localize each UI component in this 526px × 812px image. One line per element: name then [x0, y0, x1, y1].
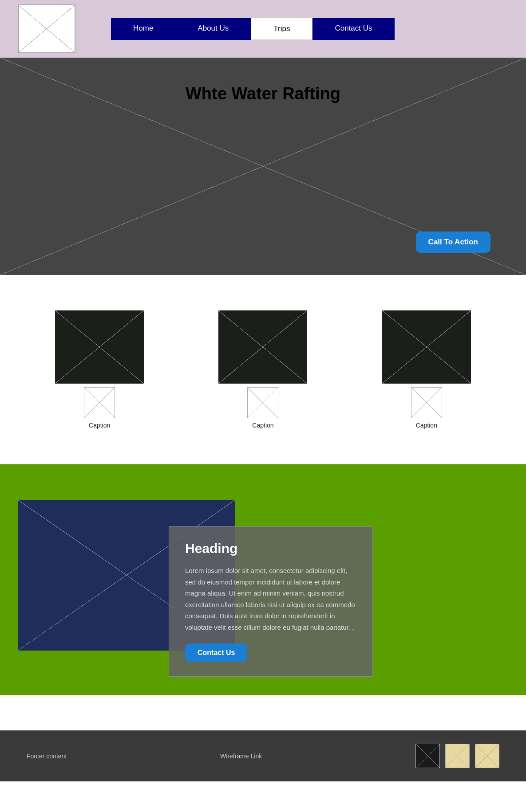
gallery-image-small-3 [411, 387, 442, 418]
hero-title: Whte Water Rafting [0, 58, 526, 103]
footer-text: Footer content [27, 753, 67, 760]
gallery-caption-1: Caption [89, 422, 110, 429]
info-body: Lorem ipsum dolor sit amet, consectetur … [185, 565, 356, 633]
info-card: Heading Lorem ipsum dolor sit amet, cons… [169, 526, 373, 677]
info-section: Heading Lorem ipsum dolor sit amet, cons… [0, 464, 526, 695]
gallery-item-2: Caption [196, 310, 329, 429]
gallery-image-large-3 [382, 310, 471, 384]
gallery-item-3: Caption [360, 310, 493, 429]
footer-icon-3 [475, 744, 499, 768]
gallery-caption-2: Caption [252, 422, 273, 429]
footer-icon-2 [445, 744, 470, 768]
hero-section: Whte Water Rafting Call To Action [0, 58, 526, 275]
gallery-image-small-1 [84, 387, 115, 418]
info-heading: Heading [185, 541, 356, 556]
site-header: Home About Us Trips Contact Us [0, 0, 526, 58]
site-footer: Footer content Wireframe Link [0, 730, 526, 781]
nav-home[interactable]: Home [111, 18, 175, 40]
contact-button[interactable]: Contact Us [185, 643, 247, 662]
footer-link[interactable]: Wireframe Link [220, 753, 262, 760]
gallery-image-small-2 [247, 387, 278, 418]
spacer [0, 695, 526, 730]
main-nav: Home About Us Trips Contact Us [111, 18, 395, 40]
footer-icon-1 [415, 744, 440, 768]
cta-button[interactable]: Call To Action [416, 231, 490, 253]
gallery-image-large-2 [218, 310, 307, 384]
gallery-item-1: Caption [33, 310, 166, 429]
footer-icons [415, 744, 499, 768]
gallery-image-large-1 [55, 310, 144, 384]
logo [18, 4, 75, 53]
gallery-caption-3: Caption [416, 422, 437, 429]
nav-about[interactable]: About Us [175, 18, 251, 40]
gallery-section: Caption Caption Caption [0, 275, 526, 464]
nav-trips[interactable]: Trips [251, 18, 312, 40]
nav-contact[interactable]: Contact Us [312, 18, 394, 40]
